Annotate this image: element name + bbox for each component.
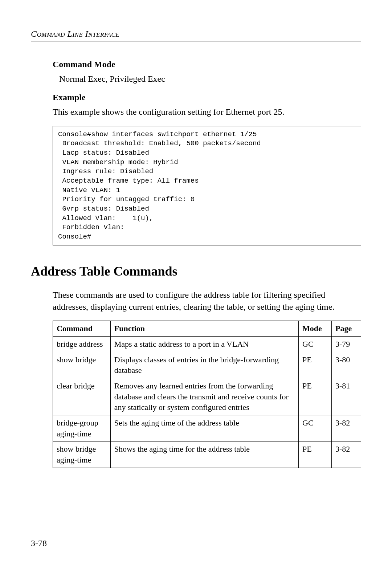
cell-function: Maps a static address to a port in a VLA… — [110, 336, 298, 352]
running-head: Command Line Interface — [31, 29, 361, 39]
cell-command: clear bridge — [53, 378, 111, 415]
table-header-row: Command Function Mode Page — [53, 321, 361, 337]
cell-function: Sets the aging time of the address table — [110, 415, 298, 441]
header-rule — [31, 41, 361, 41]
command-mode-body: Normal Exec, Privileged Exec — [59, 73, 361, 85]
col-mode: Mode — [299, 321, 332, 337]
cell-function: Shows the aging time for the address tab… — [110, 441, 298, 468]
table-row: clear bridge Removes any learned entries… — [53, 378, 361, 415]
col-command: Command — [53, 321, 111, 337]
body-block: Command Mode Normal Exec, Privileged Exe… — [53, 60, 361, 245]
cell-command: show bridge — [53, 352, 111, 378]
cell-mode: PE — [299, 352, 332, 378]
cell-page: 3-80 — [332, 352, 361, 378]
example-heading: Example — [53, 93, 361, 102]
example-code-block: Console#show interfaces switchport ether… — [53, 126, 361, 246]
example-intro: This example shows the configuration set… — [53, 106, 361, 118]
cell-function: Displays classes of entries in the bridg… — [110, 352, 298, 378]
section-body: These commands are used to configure the… — [53, 289, 361, 468]
cell-function: Removes any learned entries from the for… — [110, 378, 298, 415]
table-row: bridge address Maps a static address to … — [53, 336, 361, 352]
cell-page: 3-81 — [332, 378, 361, 415]
cell-page: 3-82 — [332, 441, 361, 468]
cell-page: 3-79 — [332, 336, 361, 352]
cell-command: show bridge aging-time — [53, 441, 111, 468]
cell-mode: PE — [299, 441, 332, 468]
col-function: Function — [110, 321, 298, 337]
table-row: show bridge Displays classes of entries … — [53, 352, 361, 378]
cell-mode: PE — [299, 378, 332, 415]
page-number: 3-78 — [31, 538, 47, 548]
cell-mode: GC — [299, 336, 332, 352]
col-page: Page — [332, 321, 361, 337]
section-title: Address Table Commands — [31, 264, 361, 279]
section-intro: These commands are used to configure the… — [53, 289, 361, 313]
cell-command: bridge address — [53, 336, 111, 352]
cell-command: bridge-group aging-time — [53, 415, 111, 441]
command-table: Command Function Mode Page bridge addres… — [53, 321, 361, 468]
table-row: bridge-group aging-time Sets the aging t… — [53, 415, 361, 441]
page: Command Line Interface Command Mode Norm… — [0, 0, 392, 570]
cell-page: 3-82 — [332, 415, 361, 441]
cell-mode: GC — [299, 415, 332, 441]
command-mode-heading: Command Mode — [53, 60, 361, 69]
table-row: show bridge aging-time Shows the aging t… — [53, 441, 361, 468]
